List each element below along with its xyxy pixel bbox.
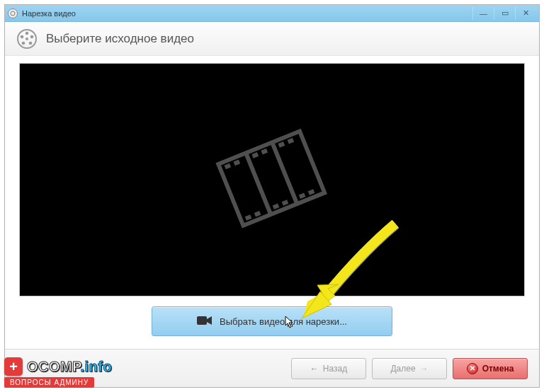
svg-rect-22 [308, 189, 315, 195]
svg-rect-16 [288, 138, 295, 144]
svg-point-7 [26, 38, 28, 40]
back-label: Назад [323, 364, 347, 374]
next-button[interactable]: Далее → [372, 358, 447, 379]
maximize-button[interactable]: ▭ [494, 7, 515, 20]
svg-rect-11 [225, 163, 232, 170]
cancel-label: Отмена [482, 364, 514, 374]
filmstrip-icon [215, 128, 328, 231]
svg-rect-14 [261, 149, 268, 155]
svg-rect-18 [254, 211, 261, 217]
svg-point-4 [29, 41, 33, 45]
svg-rect-19 [273, 203, 280, 209]
cancel-icon: ✕ [467, 363, 478, 374]
back-button[interactable]: ← Назад [291, 358, 366, 379]
close-button[interactable]: ✕ [515, 7, 536, 20]
svg-rect-20 [282, 200, 289, 206]
svg-rect-21 [299, 192, 306, 199]
svg-rect-13 [251, 152, 259, 158]
video-preview [19, 63, 525, 296]
select-row: Выбрать видео для нарезки... [19, 306, 525, 336]
film-reel-icon [16, 28, 38, 50]
arrow-left-icon: ← [310, 364, 319, 374]
app-window: Нарезка видео ― ▭ ✕ Выберите исходное ви… [4, 4, 540, 388]
app-icon [8, 8, 18, 18]
body-area: Выбрать видео для нарезки... [5, 56, 539, 336]
step-header: Выберите исходное видео [5, 22, 539, 56]
svg-rect-17 [245, 214, 252, 221]
minimize-button[interactable]: ― [472, 7, 494, 20]
step-title: Выберите исходное видео [46, 32, 194, 46]
svg-rect-23 [197, 316, 207, 325]
svg-point-3 [30, 35, 34, 38]
select-video-label: Выбрать видео для нарезки... [220, 316, 347, 327]
svg-rect-12 [234, 160, 241, 166]
window-controls: ― ▭ ✕ [472, 7, 536, 20]
svg-point-2 [26, 31, 29, 35]
svg-point-5 [22, 41, 26, 45]
camera-icon [197, 315, 212, 328]
next-label: Далее [390, 364, 415, 374]
cancel-button[interactable]: ✕ Отмена [453, 358, 528, 379]
svg-point-0 [11, 11, 15, 16]
select-video-button[interactable]: Выбрать видео для нарезки... [152, 306, 392, 336]
arrow-right-icon: → [420, 364, 429, 374]
svg-point-6 [21, 35, 24, 38]
svg-line-9 [246, 153, 271, 214]
svg-rect-15 [278, 142, 285, 148]
titlebar: Нарезка видео ― ▭ ✕ [5, 5, 539, 22]
window-title: Нарезка видео [22, 9, 76, 18]
svg-line-10 [272, 142, 297, 204]
footer: ← Назад Далее → ✕ Отмена [5, 349, 539, 387]
